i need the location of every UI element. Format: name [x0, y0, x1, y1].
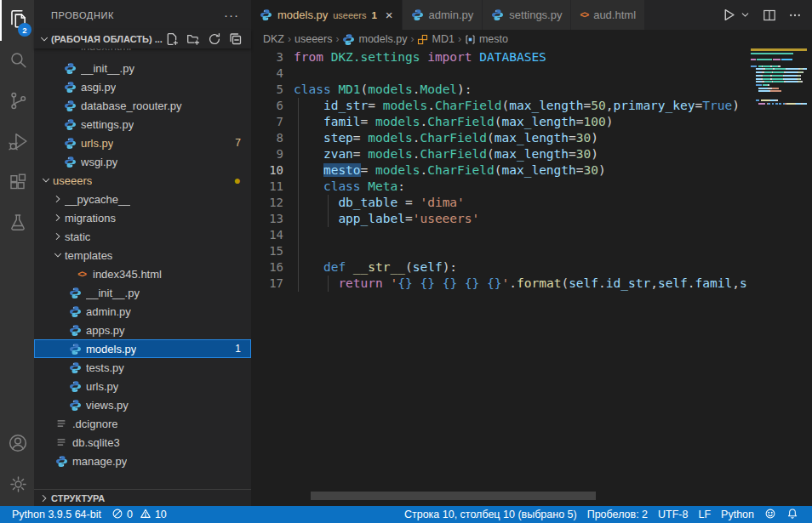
tab-settings-py[interactable]: settings.py	[483, 0, 571, 30]
code-line-7[interactable]: famil= models.CharField(max_length=100)	[294, 114, 747, 130]
explorer-badge: 2	[18, 23, 31, 37]
tab-models-py[interactable]: models.pyuseeers1×	[251, 0, 403, 30]
problems-indicator[interactable]: 0 10	[106, 506, 172, 523]
code-line-14[interactable]	[294, 227, 747, 243]
explorer-sidebar: ПРОВОДНИК ··· (РАБОЧАЯ ОБЛАСТЬ) ... <>in…	[34, 0, 251, 506]
tree-file-asgi-py[interactable]: asgi.py	[34, 77, 251, 96]
line-number-8[interactable]: 8	[251, 130, 283, 146]
line-number-15[interactable]: 15	[251, 243, 283, 259]
workspace-section-header[interactable]: (РАБОЧАЯ ОБЛАСТЬ) ...	[34, 30, 251, 48]
code-line-10[interactable]: mesto= models.CharField(max_length=30)	[294, 162, 747, 179]
line-number-12[interactable]: 12	[251, 195, 283, 211]
line-number-4[interactable]: 4	[251, 65, 283, 82]
activity-search-button[interactable]	[0, 41, 34, 82]
code-line-8[interactable]: step= models.CharField(max_length=30)	[294, 130, 747, 146]
run-dropdown-button[interactable]	[740, 9, 751, 20]
language-mode[interactable]: Python	[716, 506, 759, 523]
code-line-11[interactable]: class Meta:	[294, 179, 747, 195]
tree-file-urls-py[interactable]: urls.py7	[34, 134, 251, 152]
activity-testing-button[interactable]	[0, 204, 34, 245]
line-number-17[interactable]: 17	[251, 276, 283, 292]
tab-aud-html[interactable]: <>aud.html	[571, 0, 645, 30]
code-line-12[interactable]: db_table = 'dima'	[294, 195, 747, 211]
line-number-9[interactable]: 9	[251, 146, 283, 162]
tree-file-apps-py[interactable]: apps.py	[34, 321, 251, 339]
tree-file-models-py[interactable]: models.py1	[34, 339, 251, 358]
tree-folder-useeers[interactable]: useeers●	[34, 171, 251, 190]
line-number-5[interactable]: 5	[251, 82, 283, 98]
tree-file-index345-html[interactable]: <>index345.html	[34, 264, 251, 283]
code-line-9[interactable]: zvan= models.CharField(max_length=30)	[294, 146, 747, 162]
python-file-icon	[68, 324, 82, 337]
more-actions-icon[interactable]: ···	[224, 8, 239, 22]
line-number-11[interactable]: 11	[251, 179, 283, 195]
feedback-button[interactable]	[759, 506, 781, 523]
new-file-icon[interactable]	[165, 32, 179, 46]
collapse-all-icon[interactable]	[229, 32, 243, 46]
tree-folder-templates[interactable]: templates	[34, 246, 251, 264]
outline-section-header[interactable]: СТРУКТУРА	[34, 489, 251, 506]
activity-extensions-button[interactable]	[0, 163, 34, 204]
code-line-5[interactable]: class MD1(models.Model):	[294, 82, 747, 98]
tree-file-wsgi-py[interactable]: wsgi.py	[34, 152, 251, 171]
activity-run-debug-button[interactable]	[0, 122, 34, 163]
activity-explorer-button[interactable]: 2	[0, 0, 34, 41]
tree-file-tests-py[interactable]: tests.py	[34, 358, 251, 377]
more-button[interactable]	[788, 9, 802, 22]
interpreter-label: Python 3.9.5 64-bit	[12, 509, 101, 520]
tree-folder-migrations[interactable]: migrations	[34, 208, 251, 227]
code-editor[interactable]: 3from DKZ.settings import DATABASES45cla…	[251, 48, 812, 506]
line-number-7[interactable]: 7	[251, 114, 283, 130]
line-number-10[interactable]: 10	[251, 162, 283, 179]
breadcrumb-item-useeers[interactable]: useeers	[294, 33, 332, 45]
line-number-16[interactable]: 16	[251, 259, 283, 276]
close-icon[interactable]: ×	[386, 8, 393, 22]
tree-file-urls-py[interactable]: urls.py	[34, 377, 251, 395]
activity-settings-button[interactable]	[0, 465, 34, 506]
code-line-15[interactable]	[294, 243, 747, 259]
tree-folder-static[interactable]: static	[34, 227, 251, 246]
python-interpreter[interactable]: Python 3.9.5 64-bit	[7, 506, 106, 523]
breadcrumb-item-dkz[interactable]: DKZ	[263, 33, 284, 45]
breadcrumb-item-models-py[interactable]: models.py	[342, 33, 407, 46]
tree-file-settings-py[interactable]: settings.py	[34, 115, 251, 134]
code-line-16[interactable]: def __str__(self):	[294, 259, 747, 276]
tree-file-database-roouter-py[interactable]: database_roouter.py	[34, 96, 251, 115]
tree-file-admin-py[interactable]: admin.py	[34, 302, 251, 321]
notifications-button[interactable]	[781, 506, 803, 523]
eol-setting[interactable]: LF	[693, 506, 716, 523]
refresh-icon[interactable]	[208, 32, 221, 46]
cursor-position[interactable]: Строка 10, столбец 10 (выбрано 5)	[399, 506, 582, 523]
code-line-13[interactable]: app_label='useeers'	[294, 211, 747, 227]
activity-source-control-button[interactable]	[0, 82, 34, 122]
code-line-6[interactable]: id_str= models.CharField(max_length=50,p…	[294, 98, 747, 114]
tree-file--dcignore[interactable]: .dcignore	[34, 414, 251, 433]
line-number-6[interactable]: 6	[251, 98, 283, 114]
run-button[interactable]	[722, 8, 736, 22]
minimap[interactable]	[751, 48, 807, 106]
code-line-17[interactable]: return '{} {} {} {} {}'.format(self.id_s…	[294, 276, 747, 292]
horizontal-scrollbar[interactable]	[311, 492, 596, 500]
code-line-3[interactable]: from DKZ.settings import DATABASES	[294, 49, 747, 65]
tree-file-manage-py[interactable]: manage.py	[34, 452, 251, 470]
tree-file-db-sqlite3[interactable]: db.sqlite3	[34, 433, 251, 452]
breadcrumb-item-mesto[interactable]: mesto	[465, 33, 508, 45]
line-number-3[interactable]: 3	[251, 49, 283, 65]
encoding-setting[interactable]: UTF-8	[653, 506, 693, 523]
new-folder-icon[interactable]	[186, 32, 200, 46]
line-number-13[interactable]: 13	[251, 211, 283, 227]
tree-file--init-py[interactable]: __init__.py	[34, 283, 251, 302]
indentation-setting[interactable]: Пробелов: 2	[582, 506, 653, 523]
tree-file--init-py[interactable]: __init__.py	[34, 59, 251, 77]
split-editor-button[interactable]	[763, 9, 776, 22]
cursor-label: Строка 10, столбец 10 (выбрано 5)	[404, 509, 577, 520]
tab-admin-py[interactable]: admin.py	[403, 0, 483, 30]
line-number-14[interactable]: 14	[251, 227, 283, 243]
tree-file-index-html[interactable]: <>index.html	[34, 48, 251, 59]
tree-folder--pycache-[interactable]: __pycache__	[34, 190, 251, 208]
activity-account-button[interactable]	[0, 424, 34, 465]
breadcrumb-item-md1[interactable]: MD1	[417, 33, 454, 45]
file-file-icon	[54, 436, 68, 448]
code-line-4[interactable]	[294, 65, 747, 82]
tree-file-views-py[interactable]: views.py	[34, 395, 251, 414]
